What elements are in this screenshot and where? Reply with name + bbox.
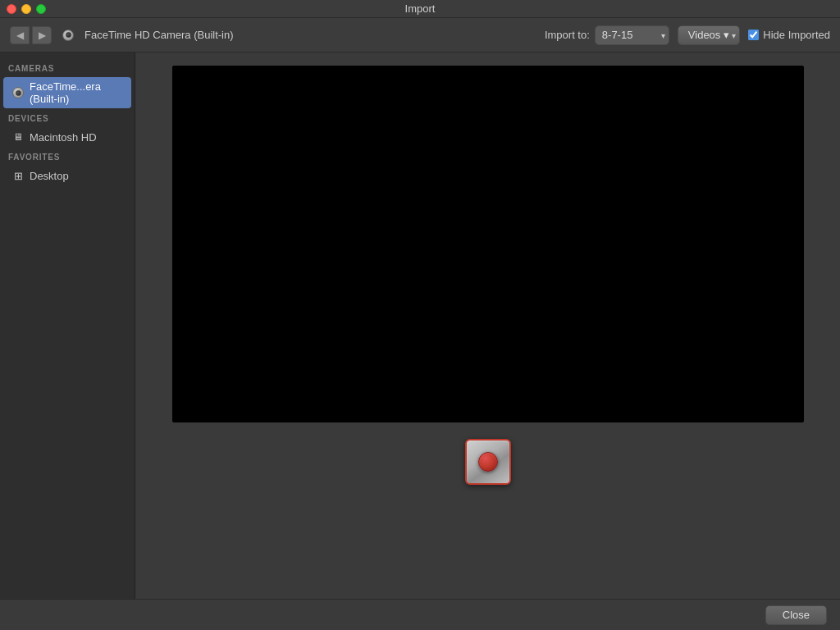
videos-label: Videos (688, 29, 721, 41)
camera-icon (11, 86, 25, 99)
close-button[interactable]: Close (765, 605, 827, 625)
videos-button[interactable]: Videos ▾ (678, 25, 741, 45)
video-area (135, 52, 840, 599)
hide-imported-label: Hide Imported (763, 29, 830, 41)
desktop-icon: ⊞ (11, 169, 25, 182)
sidebar-item-desktop[interactable]: ⊞ Desktop (3, 166, 131, 185)
titlebar: Import (0, 0, 840, 18)
sidebar-item-macintosh-hd[interactable]: 🖥 Macintosh HD (3, 127, 131, 147)
sidebar-facetime-label: FaceTime...era (Built-in) (30, 80, 123, 105)
import-to-label: Import to: (545, 29, 590, 41)
close-traffic-light[interactable] (7, 4, 16, 14)
traffic-lights (7, 4, 46, 14)
hide-imported-checkbox[interactable] (748, 30, 759, 40)
devices-section-label: DEVICES (0, 109, 135, 126)
hdd-icon: 🖥 (11, 130, 25, 144)
videos-chevron: ▾ (724, 29, 729, 41)
record-button-inner (478, 452, 498, 472)
bottom-bar: Close (0, 599, 840, 630)
sidebar-item-facetime[interactable]: FaceTime...era (Built-in) (3, 77, 131, 108)
favorites-section-label: FAVORITES (0, 148, 135, 165)
camera-toolbar-icon (60, 27, 76, 43)
videos-select-wrapper: Videos ▾ (678, 25, 741, 45)
toolbar: ◀ ▶ FaceTime HD Camera (Built-in) Import… (0, 18, 840, 52)
import-to-section: Import to: 8-7-15 8-6-15 New Event (545, 25, 669, 45)
hide-imported-section: Hide Imported (748, 29, 830, 41)
record-button-area (465, 439, 511, 485)
window-title: Import (405, 2, 436, 15)
sidebar-macintosh-hd-label: Macintosh HD (30, 131, 97, 144)
minimize-traffic-light[interactable] (21, 4, 31, 14)
import-to-select-wrapper: 8-7-15 8-6-15 New Event (595, 25, 669, 45)
back-button[interactable]: ◀ (10, 26, 30, 44)
camera-name-label: FaceTime HD Camera (Built-in) (84, 29, 234, 41)
nav-buttons: ◀ ▶ (10, 26, 52, 44)
main-content: CAMERAS FaceTime...era (Built-in) DEVICE… (0, 52, 840, 599)
import-to-select[interactable]: 8-7-15 8-6-15 New Event (595, 25, 669, 45)
record-button[interactable] (465, 439, 511, 485)
forward-button[interactable]: ▶ (32, 26, 52, 44)
cameras-section-label: CAMERAS (0, 59, 135, 76)
sidebar: CAMERAS FaceTime...era (Built-in) DEVICE… (0, 52, 135, 599)
video-preview (172, 66, 804, 422)
maximize-traffic-light[interactable] (36, 4, 46, 14)
sidebar-desktop-label: Desktop (30, 170, 69, 182)
